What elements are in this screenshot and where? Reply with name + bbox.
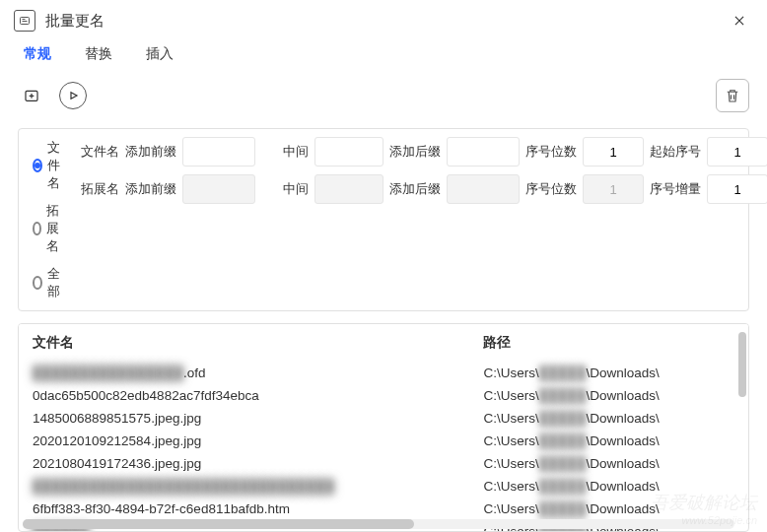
close-icon xyxy=(732,14,746,28)
cell-filename: ████████████████████████████████ xyxy=(19,475,469,498)
row-label: 文件名 xyxy=(72,143,119,161)
cell-path: C:\Users\█████\Downloads\ xyxy=(469,407,748,430)
table-row[interactable]: 6fbff383-8f30-4894-b72f-c6ed811bafdb.htm… xyxy=(19,498,748,520)
digits-input xyxy=(583,174,644,204)
cell-filename: ████████████████.ofd xyxy=(19,362,469,384)
mid-input xyxy=(314,174,384,204)
prefix-input[interactable] xyxy=(182,137,255,166)
table-row[interactable]: ████████████████████████████████C:\Users… xyxy=(19,475,748,498)
incr-input[interactable] xyxy=(707,174,767,204)
radio-label: 文件名 xyxy=(47,139,64,192)
table-row[interactable]: 1485006889851575.jpeg.jpgC:\Users\█████\… xyxy=(19,407,748,430)
app-icon xyxy=(14,10,35,32)
start-label: 起始序号 xyxy=(650,143,701,161)
table-row[interactable]: ████████████████.ofdC:\Users\█████\Downl… xyxy=(19,362,748,384)
radio-label: 拓展名 xyxy=(46,202,64,255)
mid-input[interactable] xyxy=(314,137,384,166)
mid-label: 中间 xyxy=(261,143,309,161)
filename-row: 文件名 添加前缀 中间 添加后缀 序号位数 起始序号 xyxy=(72,137,767,166)
cell-path: C:\Users\█████\Downloads\ xyxy=(469,362,748,384)
digits-input[interactable] xyxy=(583,137,644,166)
radio-icon xyxy=(33,222,41,235)
tab-insert[interactable]: 插入 xyxy=(146,45,174,65)
suffix-input[interactable] xyxy=(447,137,520,166)
play-icon xyxy=(65,88,81,103)
delete-button[interactable] xyxy=(716,79,749,112)
radio-icon xyxy=(33,159,42,172)
cell-filename: 2021080419172436.jpeg.jpg xyxy=(19,452,469,475)
prefix-input xyxy=(182,174,255,204)
digits-label: 序号位数 xyxy=(525,180,577,198)
suffix-label: 添加后缀 xyxy=(389,143,441,161)
prefix-label: 添加前缀 xyxy=(125,143,176,161)
add-button[interactable] xyxy=(18,82,45,109)
radio-icon xyxy=(33,276,42,290)
suffix-label: 添加后缀 xyxy=(389,180,441,198)
col-filename[interactable]: 文件名 xyxy=(19,324,469,362)
trash-icon xyxy=(724,87,741,104)
radio-filename[interactable]: 文件名 xyxy=(33,139,64,192)
window-title: 批量更名 xyxy=(45,12,726,31)
radio-label: 全部 xyxy=(47,265,64,300)
table-row[interactable]: 0dac65b500c82edb4882ac7fdf34ebcaC:\Users… xyxy=(19,384,748,407)
cell-path: C:\Users\█████\Downloads\ xyxy=(469,498,748,520)
mid-label: 中间 xyxy=(261,180,309,198)
file-table: 文件名 路径 ████████████████.ofdC:\Users\████… xyxy=(18,323,749,532)
tab-bar: 常规 替换 插入 xyxy=(0,41,767,79)
tab-replace[interactable]: 替换 xyxy=(85,45,112,65)
cell-filename: 2020120109212584.jpeg.jpg xyxy=(19,430,469,452)
add-folder-icon xyxy=(24,88,39,103)
close-button[interactable] xyxy=(726,7,753,34)
radio-all[interactable]: 全部 xyxy=(33,265,64,300)
cell-path: C:\Users\█████\Downloads\ xyxy=(469,475,748,498)
tab-general[interactable]: 常规 xyxy=(24,45,51,65)
cell-path: C:\Users\█████\Downloads\ xyxy=(469,452,748,475)
incr-label: 序号增量 xyxy=(650,180,701,198)
cell-filename: 1485006889851575.jpeg.jpg xyxy=(19,407,469,430)
digits-label: 序号位数 xyxy=(525,143,577,161)
vertical-scrollbar[interactable] xyxy=(738,332,746,517)
prefix-label: 添加前缀 xyxy=(125,180,176,198)
horizontal-scrollbar[interactable] xyxy=(23,519,734,529)
row-label: 拓展名 xyxy=(72,180,119,198)
table-row[interactable]: 2021080419172436.jpeg.jpgC:\Users\█████\… xyxy=(19,452,748,475)
cell-filename: 0dac65b500c82edb4882ac7fdf34ebca xyxy=(19,384,469,407)
col-path[interactable]: 路径 xyxy=(469,324,748,362)
suffix-input xyxy=(447,174,520,204)
cell-filename: 6fbff383-8f30-4894-b72f-c6ed811bafdb.htm xyxy=(19,498,469,520)
cell-path: C:\Users\█████\Downloads\ xyxy=(469,430,748,452)
cell-path: C:\Users\█████\Downloads\ xyxy=(469,384,748,407)
run-button[interactable] xyxy=(59,82,87,109)
extension-row: 拓展名 添加前缀 中间 添加后缀 序号位数 序号增量 xyxy=(72,174,767,204)
radio-extension[interactable]: 拓展名 xyxy=(33,202,64,255)
start-input[interactable] xyxy=(707,137,767,166)
table-row[interactable]: 2020120109212584.jpeg.jpgC:\Users\█████\… xyxy=(19,430,748,452)
